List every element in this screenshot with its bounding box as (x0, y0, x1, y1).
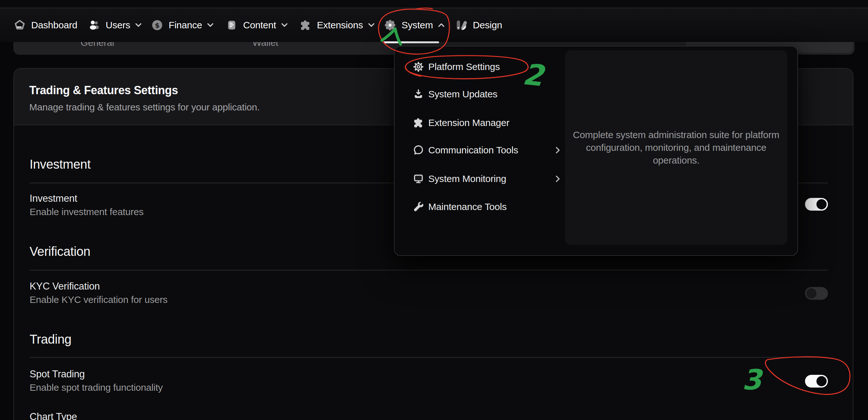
system-menu-description: Complete system administration suite for… (568, 128, 784, 167)
svg-text:$: $ (155, 21, 160, 29)
gear-icon (413, 61, 424, 72)
menu-item-system-monitoring[interactable]: System Monitoring (401, 168, 560, 190)
chevron-right-icon (556, 175, 560, 182)
divider (30, 357, 828, 358)
admin-settings-page: General Wallet Dashboard Users (0, 0, 868, 420)
active-nav-indicator (384, 41, 439, 43)
puzzle-icon (413, 117, 424, 128)
setting-label-chart-type: Chart Type (30, 410, 77, 420)
section-heading-trading: Trading (30, 332, 71, 347)
nav-item-users[interactable]: Users (89, 8, 142, 42)
puzzle-icon (300, 20, 311, 31)
divider (30, 270, 828, 270)
nav-label: Finance (168, 20, 202, 31)
chevron-right-icon (556, 147, 560, 154)
nav-label: Content (243, 20, 276, 31)
system-dropdown-menu: Platform Settings System Updates Extensi… (394, 46, 798, 256)
chevron-down-icon (207, 23, 214, 27)
chat-bubble-icon (413, 145, 424, 156)
menu-item-maintenance-tools[interactable]: Maintenance Tools (401, 196, 560, 218)
section-heading-investment: Investment (30, 156, 91, 172)
setting-description-spot-trading: Enable spot trading functionality (30, 381, 163, 394)
menu-item-label: System Updates (428, 89, 497, 99)
nav-label: Users (106, 20, 130, 31)
toggle-knob (816, 376, 827, 386)
chevron-down-icon (135, 23, 142, 27)
setting-description-investment: Enable investment features (30, 206, 144, 218)
menu-item-label: Maintenance Tools (428, 202, 506, 212)
setting-label-spot-trading: Spot Trading (30, 367, 85, 381)
dashboard-shield-icon (14, 20, 26, 31)
menu-item-label: System Monitoring (428, 173, 506, 184)
chevron-up-icon (438, 23, 444, 27)
download-icon (413, 89, 424, 99)
menu-item-system-updates[interactable]: System Updates (401, 83, 560, 106)
gear-icon (384, 20, 396, 31)
document-lines-icon (226, 20, 237, 31)
chevron-down-icon (368, 23, 374, 27)
setting-label-investment: Investment (30, 191, 77, 206)
toggle-knob (806, 288, 816, 298)
menu-item-extension-manager[interactable]: Extension Manager (401, 111, 560, 134)
nav-item-dashboard[interactable]: Dashboard (14, 8, 77, 42)
menu-item-communication-tools[interactable]: Communication Tools (401, 139, 560, 162)
chevron-down-icon (281, 23, 288, 27)
design-swatch-icon (456, 20, 467, 31)
setting-label-kyc: KYC Verification (30, 279, 100, 293)
toggle-spot-trading[interactable] (805, 375, 828, 388)
nav-label: System (402, 20, 433, 31)
dollar-icon: $ (151, 20, 163, 31)
system-menu-description-panel: Complete system administration suite for… (565, 50, 787, 245)
page-title: Trading & Features Settings (29, 83, 178, 98)
section-heading-verification: Verification (30, 244, 90, 259)
menu-item-label: Platform Settings (428, 61, 500, 72)
menu-item-platform-settings[interactable]: Platform Settings (401, 55, 560, 78)
toggle-kyc[interactable] (805, 287, 828, 300)
window-top-strip (0, 0, 868, 8)
nav-item-extensions[interactable]: Extensions (300, 8, 374, 42)
nav-item-system[interactable]: System (384, 8, 444, 42)
nav-label: Extensions (317, 20, 363, 31)
menu-item-label: Extension Manager (428, 117, 509, 128)
monitor-icon (413, 173, 424, 184)
toggle-knob (816, 199, 827, 209)
menu-item-label: Communication Tools (428, 145, 518, 156)
wrench-icon (413, 202, 424, 212)
nav-label: Dashboard (31, 20, 77, 31)
page-subtitle: Manage trading & features settings for y… (29, 100, 260, 114)
main-navbar: Dashboard Users $ Finance (0, 8, 868, 42)
users-icon (89, 20, 100, 31)
nav-label: Design (473, 20, 502, 31)
setting-description-kyc: Enable KYC verification for users (30, 293, 168, 306)
nav-item-finance[interactable]: $ Finance (151, 8, 214, 42)
toggle-investment[interactable] (805, 198, 828, 211)
nav-item-content[interactable]: Content (226, 8, 288, 42)
nav-item-design[interactable]: Design (456, 8, 502, 42)
